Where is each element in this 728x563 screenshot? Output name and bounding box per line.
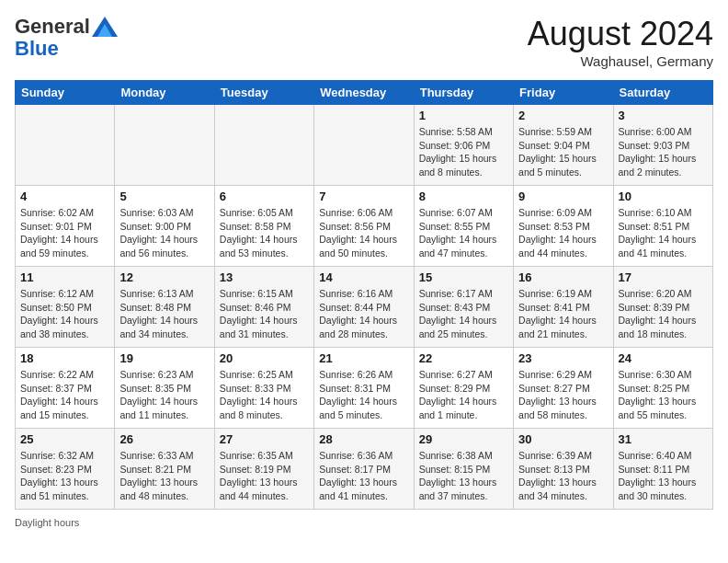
day-cell: 28Sunrise: 6:36 AM Sunset: 8:17 PM Dayli… — [314, 429, 414, 510]
day-cell: 24Sunrise: 6:30 AM Sunset: 8:25 PM Dayli… — [613, 348, 712, 429]
day-info: Sunrise: 6:05 AM Sunset: 8:58 PM Dayligh… — [220, 206, 309, 260]
day-number: 1 — [419, 109, 508, 122]
day-cell: 14Sunrise: 6:16 AM Sunset: 8:44 PM Dayli… — [314, 267, 414, 348]
day-cell: 10Sunrise: 6:10 AM Sunset: 8:51 PM Dayli… — [613, 186, 712, 267]
location-subtitle: Waghausel, Germany — [528, 53, 713, 69]
day-number: 6 — [220, 190, 309, 203]
day-header-wednesday: Wednesday — [314, 81, 414, 105]
day-info: Sunrise: 6:06 AM Sunset: 8:56 PM Dayligh… — [319, 206, 408, 260]
day-cell: 16Sunrise: 6:19 AM Sunset: 8:41 PM Dayli… — [514, 267, 613, 348]
day-info: Sunrise: 6:20 AM Sunset: 8:39 PM Dayligh… — [619, 287, 708, 341]
day-info: Sunrise: 6:09 AM Sunset: 8:53 PM Dayligh… — [518, 206, 608, 260]
day-cell: 20Sunrise: 6:25 AM Sunset: 8:33 PM Dayli… — [214, 348, 313, 429]
day-cell: 25Sunrise: 6:32 AM Sunset: 8:23 PM Dayli… — [16, 429, 115, 510]
day-info: Sunrise: 6:36 AM Sunset: 8:17 PM Dayligh… — [319, 449, 408, 503]
day-number: 7 — [319, 190, 408, 203]
week-row-2: 4Sunrise: 6:02 AM Sunset: 9:01 PM Daylig… — [16, 186, 713, 267]
day-cell — [214, 105, 313, 186]
day-cell: 17Sunrise: 6:20 AM Sunset: 8:39 PM Dayli… — [613, 267, 712, 348]
day-info: Sunrise: 6:10 AM Sunset: 8:51 PM Dayligh… — [619, 206, 708, 260]
day-number: 13 — [220, 270, 309, 284]
day-number: 2 — [518, 109, 608, 122]
day-headers-row: SundayMondayTuesdayWednesdayThursdayFrid… — [16, 81, 713, 105]
day-number: 25 — [20, 432, 109, 446]
day-cell: 18Sunrise: 6:22 AM Sunset: 8:37 PM Dayli… — [16, 348, 115, 429]
footer: Daylight hours — [15, 517, 713, 528]
day-cell: 22Sunrise: 6:27 AM Sunset: 8:29 PM Dayli… — [414, 348, 513, 429]
day-number: 8 — [419, 190, 508, 203]
day-cell: 8Sunrise: 6:07 AM Sunset: 8:55 PM Daylig… — [414, 186, 513, 267]
week-row-5: 25Sunrise: 6:32 AM Sunset: 8:23 PM Dayli… — [16, 429, 713, 510]
day-info: Sunrise: 6:22 AM Sunset: 8:37 PM Dayligh… — [20, 368, 109, 422]
day-number: 4 — [20, 190, 109, 203]
day-cell — [16, 105, 115, 186]
day-info: Sunrise: 6:19 AM Sunset: 8:41 PM Dayligh… — [518, 287, 608, 341]
day-number: 23 — [518, 351, 608, 365]
logo: General Blue — [15, 15, 116, 61]
day-cell: 30Sunrise: 6:39 AM Sunset: 8:13 PM Dayli… — [514, 429, 613, 510]
day-number: 12 — [119, 270, 209, 284]
day-header-monday: Monday — [115, 81, 214, 105]
week-row-3: 11Sunrise: 6:12 AM Sunset: 8:50 PM Dayli… — [16, 267, 713, 348]
day-number: 17 — [619, 270, 708, 284]
day-header-tuesday: Tuesday — [214, 81, 313, 105]
day-cell — [314, 105, 414, 186]
day-cell: 7Sunrise: 6:06 AM Sunset: 8:56 PM Daylig… — [314, 186, 414, 267]
day-cell: 27Sunrise: 6:35 AM Sunset: 8:19 PM Dayli… — [214, 429, 313, 510]
day-info: Sunrise: 6:40 AM Sunset: 8:11 PM Dayligh… — [619, 449, 708, 503]
day-number: 24 — [619, 351, 708, 365]
day-number: 29 — [419, 432, 508, 446]
day-number: 22 — [419, 351, 508, 365]
day-number: 31 — [619, 432, 708, 446]
day-number: 16 — [518, 270, 608, 284]
day-cell: 4Sunrise: 6:02 AM Sunset: 9:01 PM Daylig… — [16, 186, 115, 267]
day-info: Sunrise: 5:59 AM Sunset: 9:04 PM Dayligh… — [518, 125, 608, 179]
day-number: 10 — [619, 190, 708, 203]
day-info: Sunrise: 6:38 AM Sunset: 8:15 PM Dayligh… — [419, 449, 508, 503]
day-cell: 5Sunrise: 6:03 AM Sunset: 9:00 PM Daylig… — [115, 186, 214, 267]
day-number: 26 — [119, 432, 209, 446]
day-info: Sunrise: 6:02 AM Sunset: 9:01 PM Dayligh… — [20, 206, 109, 260]
day-info: Sunrise: 6:00 AM Sunset: 9:03 PM Dayligh… — [619, 125, 708, 179]
day-info: Sunrise: 5:58 AM Sunset: 9:06 PM Dayligh… — [419, 125, 508, 179]
day-cell: 15Sunrise: 6:17 AM Sunset: 8:43 PM Dayli… — [414, 267, 513, 348]
day-cell: 21Sunrise: 6:26 AM Sunset: 8:31 PM Dayli… — [314, 348, 414, 429]
day-cell: 19Sunrise: 6:23 AM Sunset: 8:35 PM Dayli… — [115, 348, 214, 429]
day-cell: 31Sunrise: 6:40 AM Sunset: 8:11 PM Dayli… — [613, 429, 712, 510]
day-cell: 11Sunrise: 6:12 AM Sunset: 8:50 PM Dayli… — [16, 267, 115, 348]
day-number: 28 — [319, 432, 408, 446]
day-cell: 3Sunrise: 6:00 AM Sunset: 9:03 PM Daylig… — [613, 105, 712, 186]
day-cell: 29Sunrise: 6:38 AM Sunset: 8:15 PM Dayli… — [414, 429, 513, 510]
month-title: August 2024 — [528, 15, 713, 53]
logo-icon — [92, 17, 118, 37]
day-cell: 12Sunrise: 6:13 AM Sunset: 8:48 PM Dayli… — [115, 267, 214, 348]
day-info: Sunrise: 6:17 AM Sunset: 8:43 PM Dayligh… — [419, 287, 508, 341]
day-number: 27 — [220, 432, 309, 446]
title-block: August 2024 Waghausel, Germany — [528, 15, 713, 69]
day-number: 30 — [518, 432, 608, 446]
day-cell: 9Sunrise: 6:09 AM Sunset: 8:53 PM Daylig… — [514, 186, 613, 267]
day-info: Sunrise: 6:15 AM Sunset: 8:46 PM Dayligh… — [220, 287, 309, 341]
day-cell: 13Sunrise: 6:15 AM Sunset: 8:46 PM Dayli… — [214, 267, 313, 348]
day-info: Sunrise: 6:32 AM Sunset: 8:23 PM Dayligh… — [20, 449, 109, 503]
day-header-saturday: Saturday — [613, 81, 712, 105]
day-info: Sunrise: 6:03 AM Sunset: 9:00 PM Dayligh… — [119, 206, 209, 260]
day-number: 21 — [319, 351, 408, 365]
day-info: Sunrise: 6:33 AM Sunset: 8:21 PM Dayligh… — [119, 449, 209, 503]
day-info: Sunrise: 6:27 AM Sunset: 8:29 PM Dayligh… — [419, 368, 508, 422]
day-header-thursday: Thursday — [414, 81, 513, 105]
day-cell: 6Sunrise: 6:05 AM Sunset: 8:58 PM Daylig… — [214, 186, 313, 267]
week-row-1: 1Sunrise: 5:58 AM Sunset: 9:06 PM Daylig… — [16, 105, 713, 186]
day-cell: 26Sunrise: 6:33 AM Sunset: 8:21 PM Dayli… — [115, 429, 214, 510]
day-cell — [115, 105, 214, 186]
day-cell: 2Sunrise: 5:59 AM Sunset: 9:04 PM Daylig… — [514, 105, 613, 186]
day-info: Sunrise: 6:07 AM Sunset: 8:55 PM Dayligh… — [419, 206, 508, 260]
day-info: Sunrise: 6:29 AM Sunset: 8:27 PM Dayligh… — [518, 368, 608, 422]
day-cell: 1Sunrise: 5:58 AM Sunset: 9:06 PM Daylig… — [414, 105, 513, 186]
logo-general-text: General — [15, 15, 90, 39]
day-number: 20 — [220, 351, 309, 365]
day-info: Sunrise: 6:30 AM Sunset: 8:25 PM Dayligh… — [619, 368, 708, 422]
daylight-label: Daylight hours — [15, 517, 79, 528]
page-header: General Blue August 2024 Waghausel, Germ… — [15, 15, 713, 69]
day-number: 19 — [119, 351, 209, 365]
